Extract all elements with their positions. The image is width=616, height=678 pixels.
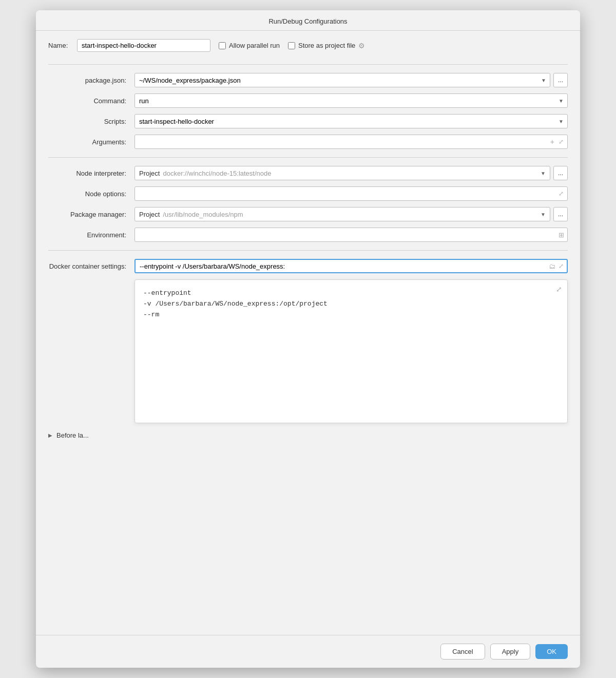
- pkg-manager-arrow-icon: ▼: [541, 212, 546, 217]
- package-manager-value: Project /usr/lib/node_modules/npm ▼: [134, 207, 550, 221]
- docker-settings-input[interactable]: [136, 260, 548, 272]
- arguments-input[interactable]: [134, 135, 568, 149]
- apply-button[interactable]: Apply: [490, 644, 531, 660]
- interpreter-browse-button[interactable]: ...: [553, 166, 568, 180]
- command-select[interactable]: run: [134, 93, 568, 108]
- node-options-row: Node options: ⤢: [48, 186, 568, 201]
- store-as-project-label: Store as project file: [298, 42, 355, 49]
- node-options-input[interactable]: [134, 186, 568, 201]
- docker-expanded-panel: ⤢ --entrypoint -v /Users/barbara/WS/node…: [134, 279, 568, 423]
- name-row: Name: Allow parallel run Store as projec…: [48, 39, 568, 52]
- package-manager-row: Package manager: Project /usr/lib/node_m…: [48, 207, 568, 221]
- section-divider-2: [48, 250, 568, 251]
- arguments-add-icon[interactable]: +: [549, 138, 555, 146]
- scripts-row: Scripts: start-inspect-hello-docker ▼: [48, 114, 568, 128]
- node-options-label: Node options:: [48, 190, 130, 198]
- node-options-expand-icon[interactable]: ⤢: [557, 190, 565, 197]
- before-launch-row: ▶ Before la...: [48, 431, 568, 439]
- package-manager-label: Package manager:: [48, 211, 130, 218]
- package-json-label: package.json:: [48, 77, 130, 84]
- section-divider: [48, 157, 568, 158]
- scripts-select-wrapper: start-inspect-hello-docker ▼: [134, 114, 568, 128]
- package-json-wrapper: ~/WS/node_express/package.json ▼ ...: [134, 73, 568, 87]
- docker-settings-label: Docker container settings:: [48, 262, 130, 270]
- dialog-footer: Cancel Apply OK: [36, 635, 580, 668]
- docker-input-wrapper: 🗂 ⤢: [134, 259, 568, 273]
- interpreter-project-text: Project: [139, 170, 160, 177]
- package-json-browse-button[interactable]: ...: [553, 73, 568, 87]
- package-json-select[interactable]: ~/WS/node_express/package.json: [134, 73, 550, 87]
- node-options-wrapper: ⤢: [134, 186, 568, 201]
- docker-expand-icon[interactable]: ⤢: [557, 262, 565, 270]
- environment-wrapper: ⊞: [134, 228, 568, 242]
- name-label: Name:: [48, 42, 69, 49]
- name-input[interactable]: [77, 39, 210, 52]
- allow-parallel-run-label: Allow parallel run: [229, 42, 280, 49]
- ok-button[interactable]: OK: [535, 644, 568, 659]
- before-launch-triangle-icon[interactable]: ▶: [48, 432, 52, 438]
- docker-panel-expand-icon[interactable]: ⤢: [556, 285, 562, 293]
- node-options-input-wrapper: ⤢: [134, 186, 568, 201]
- gear-icon[interactable]: ⚙: [358, 42, 365, 50]
- arguments-row: Arguments: + ⤢: [48, 135, 568, 149]
- scripts-select[interactable]: start-inspect-hello-docker: [134, 114, 568, 128]
- store-as-project-checkbox[interactable]: [288, 42, 295, 49]
- cancel-button[interactable]: Cancel: [440, 644, 485, 660]
- run-debug-dialog: Run/Debug Configurations Name: Allow par…: [36, 10, 580, 668]
- node-interpreter-label: Node interpreter:: [48, 170, 130, 177]
- docker-actions: 🗂 ⤢: [548, 262, 567, 270]
- arguments-actions: + ⤢: [549, 138, 565, 146]
- arguments-label: Arguments:: [48, 138, 130, 146]
- dialog-body: Name: Allow parallel run Store as projec…: [36, 31, 580, 635]
- package-json-row: package.json: ~/WS/node_express/package.…: [48, 73, 568, 87]
- command-wrapper: run ▼: [134, 93, 568, 108]
- interpreter-path-text: docker://winchci/node-15:latest/node: [163, 170, 271, 177]
- pkg-manager-path-text: /usr/lib/node_modules/npm: [163, 211, 243, 218]
- pkg-manager-browse-button[interactable]: ...: [553, 207, 568, 221]
- docker-folder-icon[interactable]: 🗂: [548, 262, 556, 270]
- scripts-wrapper: start-inspect-hello-docker ▼: [134, 114, 568, 128]
- package-json-select-wrapper: ~/WS/node_express/package.json ▼: [134, 73, 550, 87]
- command-label: Command:: [48, 97, 130, 105]
- environment-row: Environment: ⊞: [48, 228, 568, 242]
- environment-table-icon[interactable]: ⊞: [559, 231, 567, 239]
- scripts-label: Scripts:: [48, 118, 130, 125]
- divider-1: [48, 64, 568, 65]
- node-options-actions: ⤢: [557, 190, 565, 197]
- command-select-wrapper: run ▼: [134, 93, 568, 108]
- store-as-project-group: Store as project file ⚙: [288, 42, 365, 50]
- environment-input-wrapper: ⊞: [134, 228, 568, 242]
- arguments-expand-icon[interactable]: ⤢: [557, 138, 565, 145]
- docker-settings-row: Docker container settings: 🗂 ⤢: [48, 259, 568, 273]
- package-manager-wrapper: Project /usr/lib/node_modules/npm ▼ ...: [134, 207, 568, 221]
- arguments-wrapper: + ⤢: [134, 135, 568, 149]
- dialog-title: Run/Debug Configurations: [36, 10, 580, 31]
- node-interpreter-wrapper: Project docker://winchci/node-15:latest/…: [134, 166, 568, 180]
- environment-input[interactable]: [135, 229, 559, 241]
- node-interpreter-value: Project docker://winchci/node-15:latest/…: [134, 166, 550, 180]
- arguments-input-wrapper: + ⤢: [134, 135, 568, 149]
- docker-settings-wrapper: 🗂 ⤢: [134, 259, 568, 273]
- allow-parallel-run-checkbox[interactable]: [219, 42, 226, 49]
- pkg-manager-project-text: Project: [139, 211, 160, 218]
- docker-expanded-text: --entrypoint -v /Users/barbara/WS/node_e…: [143, 288, 559, 320]
- allow-parallel-run-group: Allow parallel run: [219, 42, 280, 49]
- before-launch-label: Before la...: [56, 431, 89, 439]
- command-row: Command: run ▼: [48, 93, 568, 108]
- environment-label: Environment:: [48, 231, 130, 239]
- interpreter-arrow-icon: ▼: [541, 171, 546, 176]
- node-interpreter-row: Node interpreter: Project docker://winch…: [48, 166, 568, 180]
